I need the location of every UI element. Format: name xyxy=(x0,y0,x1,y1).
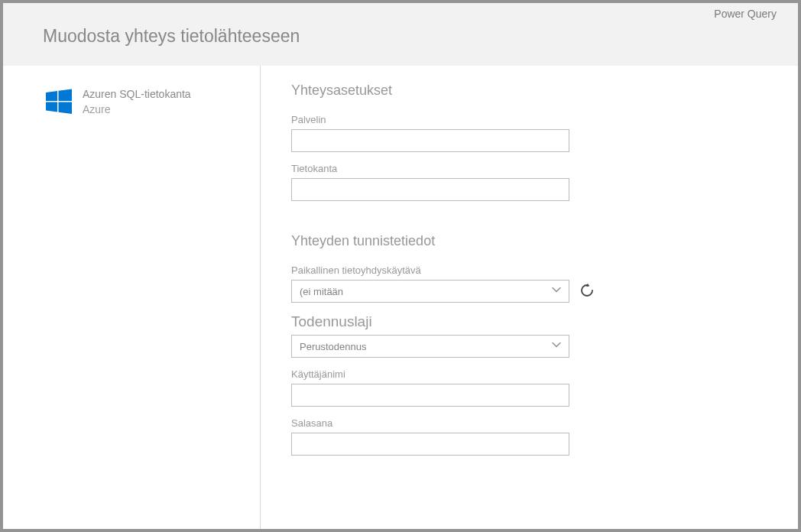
username-label: Käyttäjänimi xyxy=(291,368,798,380)
dialog-frame: Power Query Muodosta yhteys tietolähtees… xyxy=(0,0,801,532)
gateway-select-wrap: (ei mitään xyxy=(291,280,569,303)
selected-source[interactable]: Azuren SQL-tietokanta Azure xyxy=(46,87,260,117)
server-label: Palvelin xyxy=(291,114,798,125)
credentials-title: Yhteyden tunnistetiedot xyxy=(291,233,798,249)
gateway-select[interactable]: (ei mitään xyxy=(291,280,569,303)
content-area: Azuren SQL-tietokanta Azure Yhteysasetuk… xyxy=(3,66,798,529)
auth-type-title: Todennuslaji xyxy=(291,313,798,330)
source-category: Azure xyxy=(83,102,191,118)
server-input[interactable] xyxy=(291,129,569,152)
refresh-icon xyxy=(579,283,595,300)
refresh-gateway-button[interactable] xyxy=(579,283,595,300)
password-label: Salasana xyxy=(291,417,798,429)
username-input[interactable] xyxy=(291,384,569,407)
auth-select-wrap: Perustodennus xyxy=(291,335,569,358)
brand-label: Power Query xyxy=(714,8,777,20)
dialog-header: Power Query Muodosta yhteys tietolähtees… xyxy=(3,3,798,66)
connection-settings-title: Yhteysasetukset xyxy=(291,83,798,99)
source-labels: Azuren SQL-tietokanta Azure xyxy=(83,87,191,117)
auth-type-select[interactable]: Perustodennus xyxy=(291,335,569,358)
source-panel: Azuren SQL-tietokanta Azure xyxy=(3,66,261,529)
password-input[interactable] xyxy=(291,433,569,456)
gateway-label: Paikallinen tietoyhdyskäytävä xyxy=(291,264,798,276)
form-panel: Yhteysasetukset Palvelin Tietokanta Yhte… xyxy=(261,66,798,529)
database-label: Tietokanta xyxy=(291,163,798,174)
dialog-title: Muodosta yhteys tietolähteeseen xyxy=(43,26,801,47)
source-name: Azuren SQL-tietokanta xyxy=(83,87,191,102)
database-input[interactable] xyxy=(291,178,569,201)
windows-logo-icon xyxy=(46,89,72,115)
